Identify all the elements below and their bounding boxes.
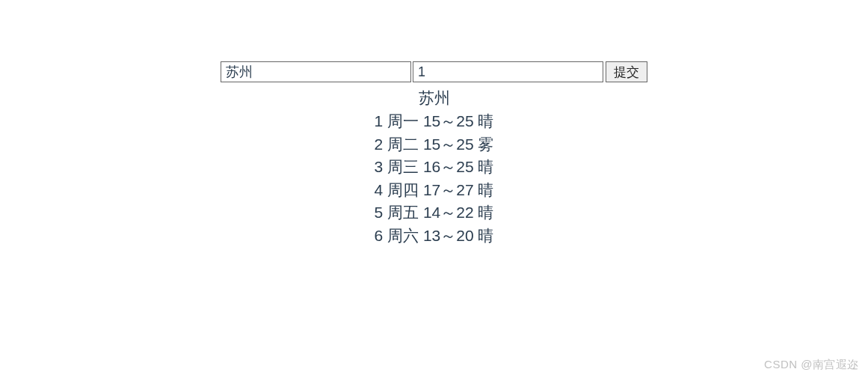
result-area: 苏州 1 周一 15～25 晴2 周二 15～25 雾3 周三 16～25 晴4… — [0, 87, 868, 247]
query-form: 提交 — [221, 61, 647, 82]
watermark: CSDN @南宫遐迩 — [764, 358, 859, 372]
forecast-row: 2 周二 15～25 雾 — [0, 133, 868, 156]
forecast-row: 3 周三 16～25 晴 — [0, 156, 868, 178]
main-container: 提交 苏州 1 周一 15～25 晴2 周二 15～25 雾3 周三 16～25… — [0, 0, 868, 247]
forecast-row: 5 周五 14～22 晴 — [0, 201, 868, 224]
city-input[interactable] — [221, 61, 411, 82]
submit-button[interactable]: 提交 — [606, 61, 647, 82]
forecast-row: 6 周六 13～20 晴 — [0, 225, 868, 247]
result-city: 苏州 — [0, 87, 868, 109]
forecast-row: 1 周一 15～25 晴 — [0, 110, 868, 132]
forecast-list: 1 周一 15～25 晴2 周二 15～25 雾3 周三 16～25 晴4 周四… — [0, 110, 868, 247]
forecast-row: 4 周四 17～27 晴 — [0, 179, 868, 201]
second-input[interactable] — [413, 61, 603, 82]
